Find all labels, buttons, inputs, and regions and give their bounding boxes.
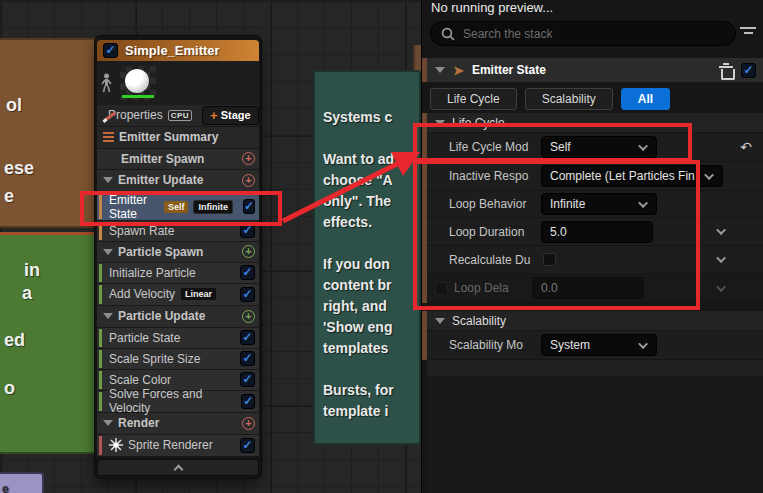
initialize-particle-row[interactable]: Initialize Particle ✓: [97, 263, 259, 284]
graph-canvas[interactable]: ol ese e in a ed o e Systems c Want to a…: [0, 0, 421, 493]
add-module-icon[interactable]: +: [242, 174, 255, 187]
emitter-enabled-checkbox[interactable]: ✓: [103, 43, 118, 58]
infinite-badge[interactable]: Infinite: [193, 200, 233, 214]
solve-forces-checkbox[interactable]: ✓: [241, 394, 255, 409]
emitter-update-label: Emitter Update: [118, 173, 203, 187]
properties-row[interactable]: Properties CPU + Stage: [97, 105, 259, 127]
loop-delay-input[interactable]: [532, 277, 644, 299]
particle-spawn-section[interactable]: Particle Spawn +: [97, 242, 259, 263]
emitter-state-row[interactable]: Emitter State Self Infinite ✓: [97, 194, 259, 221]
emitter-summary-label: Emitter Summary: [119, 130, 218, 144]
collapse-node-button[interactable]: [97, 459, 259, 476]
material-thumbnail[interactable]: [120, 66, 156, 100]
linear-badge[interactable]: Linear: [180, 287, 217, 301]
add-velocity-row[interactable]: Add Velocity Linear ✓: [97, 284, 259, 306]
reset-to-default-icon[interactable]: ↶: [740, 139, 752, 155]
sphere-preview: [125, 69, 149, 93]
emitter-state-header[interactable]: ➤ Emitter State ✓: [427, 58, 763, 82]
emitter-state-checkbox[interactable]: ✓: [243, 199, 255, 214]
chevron-down-icon: [638, 198, 648, 208]
inactive-response-dropdown[interactable]: Complete (Let Particles Fin: [541, 165, 723, 187]
scale-sprite-size-checkbox[interactable]: ✓: [240, 351, 255, 366]
recalculate-duration-checkbox[interactable]: [543, 253, 556, 266]
emitter-update-section[interactable]: Emitter Update +: [97, 170, 259, 192]
note-text-fragment: e: [2, 482, 9, 493]
expander-icon[interactable]: [435, 67, 445, 73]
spawn-rate-label: Spawn Rate: [109, 224, 174, 238]
emitter-summary-row[interactable]: Emitter Summary: [97, 127, 259, 149]
search-bar[interactable]: [430, 21, 736, 46]
sprite-renderer-checkbox[interactable]: ✓: [240, 438, 255, 453]
scale-sprite-size-label: Scale Sprite Size: [109, 352, 200, 366]
emitter-node-header[interactable]: ✓ Simple_Emitter: [97, 40, 259, 61]
expander-icon[interactable]: [435, 318, 445, 324]
plus-icon: +: [210, 108, 218, 123]
filter-icon[interactable]: [739, 27, 757, 34]
add-module-icon[interactable]: +: [242, 245, 255, 258]
expander-icon[interactable]: [103, 249, 113, 255]
initialize-particle-checkbox[interactable]: ✓: [240, 265, 255, 280]
scalability-mode-dropdown[interactable]: System: [541, 334, 657, 356]
add-stage-button[interactable]: + Stage: [202, 106, 259, 125]
sticky-note-teal[interactable]: Systems c Want to ad choose "A only". Th…: [313, 70, 421, 445]
render-label: Render: [118, 416, 159, 430]
sticky-note-purple[interactable]: e: [0, 472, 44, 493]
scale-color-checkbox[interactable]: ✓: [240, 372, 255, 387]
tab-scalability[interactable]: Scalability: [525, 88, 613, 110]
note-text-fragment: ese: [4, 158, 34, 179]
recalculate-duration-row: Recalculate Du: [427, 246, 763, 274]
sprite-renderer-row[interactable]: Sprite Renderer ✓: [97, 435, 259, 457]
life-cycle-mode-dropdown[interactable]: Self: [541, 136, 657, 158]
chevron-down-icon: [638, 339, 648, 349]
module-icon: ➤: [453, 63, 464, 78]
add-renderer-icon[interactable]: +: [242, 417, 255, 430]
add-velocity-checkbox[interactable]: ✓: [240, 287, 255, 302]
spawn-rate-checkbox[interactable]: ✓: [240, 223, 255, 238]
chevron-down-icon[interactable]: [716, 253, 726, 263]
particle-update-label: Particle Update: [118, 309, 205, 323]
note-text-fragment: a: [22, 283, 32, 304]
filter-tabs: Life Cycle Scalability All: [430, 88, 670, 110]
render-section[interactable]: Render +: [97, 413, 259, 435]
expander-icon[interactable]: [103, 177, 113, 183]
note-text-fragment: ol: [6, 95, 22, 116]
loop-duration-input[interactable]: [541, 221, 653, 243]
stage-label: Stage: [221, 109, 251, 121]
inactive-response-row: Inactive Respo Complete (Let Particles F…: [427, 162, 763, 191]
loop-behavior-dropdown[interactable]: Infinite: [541, 193, 657, 215]
tab-all[interactable]: All: [621, 88, 670, 110]
thumbnail-underline: [122, 95, 154, 98]
loop-behavior-row: Loop Behavior Infinite: [427, 191, 763, 218]
expander-icon[interactable]: [103, 313, 113, 319]
chevron-down-icon[interactable]: [716, 282, 726, 292]
note-text-fragment: in: [24, 260, 40, 281]
add-module-icon[interactable]: +: [242, 152, 255, 165]
emitter-node[interactable]: ✓ Simple_Emitter Properties CPU: [95, 36, 261, 478]
particle-update-section[interactable]: Particle Update +: [97, 306, 259, 328]
delete-module-icon[interactable]: [719, 63, 733, 78]
life-cycle-mode-label: Life Cycle Mod: [449, 140, 535, 154]
tab-life-cycle[interactable]: Life Cycle: [430, 88, 517, 110]
add-module-icon[interactable]: +: [242, 310, 255, 323]
scalability-section[interactable]: Scalability: [427, 311, 763, 331]
life-cycle-section[interactable]: Life Cycle: [427, 113, 763, 133]
expander-icon[interactable]: [435, 120, 445, 126]
loop-delay-label: Loop Dela: [454, 281, 526, 295]
self-badge[interactable]: Self: [164, 201, 189, 213]
emitter-thumbnail-row: [97, 61, 259, 104]
search-input[interactable]: [463, 27, 693, 41]
person-icon: [101, 73, 112, 93]
emitter-state-label: Emitter State: [109, 193, 159, 221]
particle-state-checkbox[interactable]: ✓: [240, 330, 255, 345]
particle-state-row[interactable]: Particle State ✓: [97, 328, 259, 349]
solve-forces-row[interactable]: Solve Forces and Velocity ✓: [97, 391, 259, 413]
expander-icon[interactable]: [103, 420, 113, 426]
loop-delay-enable-checkbox[interactable]: [435, 282, 448, 295]
emitter-spawn-section[interactable]: Emitter Spawn +: [97, 149, 259, 170]
add-velocity-label: Add Velocity: [109, 287, 175, 301]
module-enabled-checkbox[interactable]: ✓: [741, 63, 756, 78]
scale-sprite-size-row[interactable]: Scale Sprite Size ✓: [97, 349, 259, 370]
spawn-rate-row[interactable]: Spawn Rate ✓: [97, 221, 259, 242]
note-text: Systems c Want to ad choose "A only". Th…: [323, 107, 419, 422]
chevron-down-icon[interactable]: [716, 225, 726, 235]
